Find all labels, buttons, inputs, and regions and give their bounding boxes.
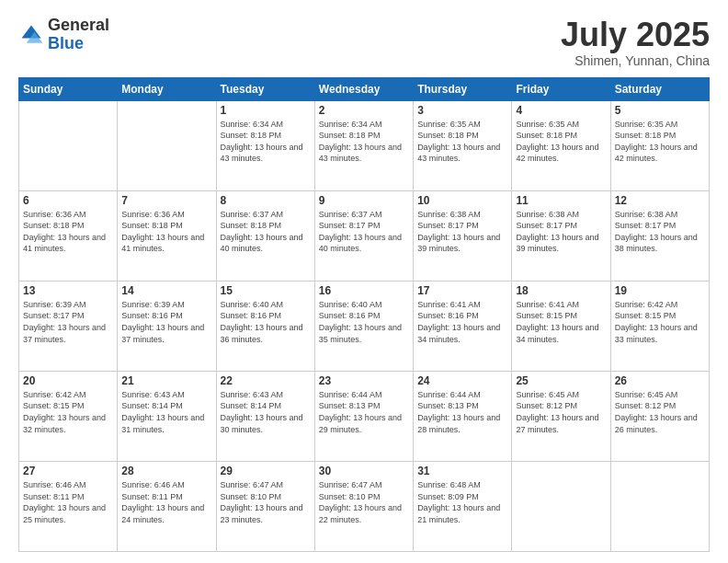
calendar-table: Sunday Monday Tuesday Wednesday Thursday… <box>18 77 710 552</box>
page: General Blue July 2025 Shimen, Yunnan, C… <box>0 0 728 563</box>
day-number: 22 <box>221 374 311 387</box>
day-number: 10 <box>417 194 507 207</box>
day-number: 17 <box>417 284 507 297</box>
day-cell: 12Sunrise: 6:38 AMSunset: 8:17 PMDayligh… <box>610 190 709 281</box>
day-number: 5 <box>615 104 705 117</box>
day-info: Sunrise: 6:39 AMSunset: 8:17 PMDaylight:… <box>23 299 113 345</box>
month-title: July 2025 <box>561 17 710 53</box>
day-info: Sunrise: 6:40 AMSunset: 8:16 PMDaylight:… <box>221 299 311 345</box>
day-number: 31 <box>417 465 507 477</box>
day-info: Sunrise: 6:43 AMSunset: 8:14 PMDaylight:… <box>221 389 311 435</box>
day-number: 25 <box>516 374 606 387</box>
day-cell: 14Sunrise: 6:39 AMSunset: 8:16 PMDayligh… <box>118 281 216 371</box>
day-info: Sunrise: 6:35 AMSunset: 8:18 PMDaylight:… <box>417 119 507 165</box>
calendar-header: Sunday Monday Tuesday Wednesday Thursday… <box>19 77 710 100</box>
day-number: 1 <box>221 104 311 117</box>
day-cell: 13Sunrise: 6:39 AMSunset: 8:17 PMDayligh… <box>19 281 118 371</box>
col-monday: Monday <box>118 77 216 100</box>
location-subtitle: Shimen, Yunnan, China <box>561 53 710 68</box>
day-cell: 16Sunrise: 6:40 AMSunset: 8:16 PMDayligh… <box>314 281 413 371</box>
day-cell: 19Sunrise: 6:42 AMSunset: 8:15 PMDayligh… <box>610 281 709 371</box>
day-number: 12 <box>615 194 705 207</box>
day-number: 24 <box>417 374 507 387</box>
day-cell: 4Sunrise: 6:35 AMSunset: 8:18 PMDaylight… <box>512 100 610 190</box>
day-number: 19 <box>615 284 705 297</box>
col-tuesday: Tuesday <box>216 77 314 100</box>
day-info: Sunrise: 6:41 AMSunset: 8:16 PMDaylight:… <box>417 299 507 345</box>
logo-general-text: General <box>48 16 109 34</box>
day-number: 23 <box>319 374 409 387</box>
day-number: 21 <box>121 374 211 387</box>
calendar-body: 1Sunrise: 6:34 AMSunset: 8:18 PMDaylight… <box>19 100 710 551</box>
day-cell: 15Sunrise: 6:40 AMSunset: 8:16 PMDayligh… <box>216 281 314 371</box>
day-cell: 1Sunrise: 6:34 AMSunset: 8:18 PMDaylight… <box>216 100 314 190</box>
day-info: Sunrise: 6:38 AMSunset: 8:17 PMDaylight:… <box>516 209 606 255</box>
day-cell <box>118 100 216 190</box>
day-cell: 8Sunrise: 6:37 AMSunset: 8:18 PMDaylight… <box>216 190 314 281</box>
day-info: Sunrise: 6:46 AMSunset: 8:11 PMDaylight:… <box>121 479 211 525</box>
week-row-3: 13Sunrise: 6:39 AMSunset: 8:17 PMDayligh… <box>19 281 710 371</box>
logo-text: General Blue <box>48 17 109 53</box>
week-row-1: 1Sunrise: 6:34 AMSunset: 8:18 PMDaylight… <box>19 100 710 190</box>
logo: General Blue <box>18 17 109 53</box>
day-number: 16 <box>319 284 409 297</box>
day-info: Sunrise: 6:37 AMSunset: 8:18 PMDaylight:… <box>221 209 311 255</box>
col-wednesday: Wednesday <box>314 77 413 100</box>
day-info: Sunrise: 6:45 AMSunset: 8:12 PMDaylight:… <box>615 389 705 435</box>
day-number: 4 <box>516 104 606 117</box>
day-cell: 27Sunrise: 6:46 AMSunset: 8:11 PMDayligh… <box>19 461 118 551</box>
day-number: 30 <box>319 465 409 477</box>
day-cell: 7Sunrise: 6:36 AMSunset: 8:18 PMDaylight… <box>118 190 216 281</box>
day-number: 11 <box>516 194 606 207</box>
day-number: 7 <box>121 194 211 207</box>
day-info: Sunrise: 6:45 AMSunset: 8:12 PMDaylight:… <box>516 389 606 435</box>
day-info: Sunrise: 6:34 AMSunset: 8:18 PMDaylight:… <box>319 119 409 165</box>
day-info: Sunrise: 6:36 AMSunset: 8:18 PMDaylight:… <box>23 209 113 255</box>
day-cell: 29Sunrise: 6:47 AMSunset: 8:10 PMDayligh… <box>216 461 314 551</box>
day-number: 8 <box>221 194 311 207</box>
day-info: Sunrise: 6:41 AMSunset: 8:15 PMDaylight:… <box>516 299 606 345</box>
day-info: Sunrise: 6:48 AMSunset: 8:09 PMDaylight:… <box>417 479 507 525</box>
day-info: Sunrise: 6:34 AMSunset: 8:18 PMDaylight:… <box>221 119 311 165</box>
day-info: Sunrise: 6:43 AMSunset: 8:14 PMDaylight:… <box>121 389 211 435</box>
day-info: Sunrise: 6:46 AMSunset: 8:11 PMDaylight:… <box>23 479 113 525</box>
day-info: Sunrise: 6:44 AMSunset: 8:13 PMDaylight:… <box>417 389 507 435</box>
day-info: Sunrise: 6:40 AMSunset: 8:16 PMDaylight:… <box>319 299 409 345</box>
day-number: 28 <box>121 465 211 477</box>
day-info: Sunrise: 6:44 AMSunset: 8:13 PMDaylight:… <box>319 389 409 435</box>
day-cell: 3Sunrise: 6:35 AMSunset: 8:18 PMDaylight… <box>414 100 512 190</box>
week-row-2: 6Sunrise: 6:36 AMSunset: 8:18 PMDaylight… <box>19 190 710 281</box>
day-cell: 9Sunrise: 6:37 AMSunset: 8:17 PMDaylight… <box>314 190 413 281</box>
day-cell: 18Sunrise: 6:41 AMSunset: 8:15 PMDayligh… <box>512 281 610 371</box>
day-cell <box>512 461 610 551</box>
title-block: July 2025 Shimen, Yunnan, China <box>561 17 710 68</box>
day-cell: 21Sunrise: 6:43 AMSunset: 8:14 PMDayligh… <box>118 371 216 461</box>
day-number: 29 <box>221 465 311 477</box>
day-number: 9 <box>319 194 409 207</box>
day-number: 20 <box>23 374 113 387</box>
day-number: 13 <box>23 284 113 297</box>
col-friday: Friday <box>512 77 610 100</box>
col-saturday: Saturday <box>610 77 709 100</box>
day-info: Sunrise: 6:35 AMSunset: 8:18 PMDaylight:… <box>516 119 606 165</box>
day-info: Sunrise: 6:42 AMSunset: 8:15 PMDaylight:… <box>23 389 113 435</box>
day-number: 6 <box>23 194 113 207</box>
day-number: 18 <box>516 284 606 297</box>
day-cell: 30Sunrise: 6:47 AMSunset: 8:10 PMDayligh… <box>314 461 413 551</box>
week-row-5: 27Sunrise: 6:46 AMSunset: 8:11 PMDayligh… <box>19 461 710 551</box>
logo-blue-text: Blue <box>48 34 84 52</box>
day-cell: 2Sunrise: 6:34 AMSunset: 8:18 PMDaylight… <box>314 100 413 190</box>
header: General Blue July 2025 Shimen, Yunnan, C… <box>18 17 710 68</box>
col-thursday: Thursday <box>414 77 512 100</box>
day-number: 3 <box>417 104 507 117</box>
day-info: Sunrise: 6:38 AMSunset: 8:17 PMDaylight:… <box>417 209 507 255</box>
day-number: 2 <box>319 104 409 117</box>
day-cell: 17Sunrise: 6:41 AMSunset: 8:16 PMDayligh… <box>414 281 512 371</box>
day-cell: 11Sunrise: 6:38 AMSunset: 8:17 PMDayligh… <box>512 190 610 281</box>
day-info: Sunrise: 6:39 AMSunset: 8:16 PMDaylight:… <box>121 299 211 345</box>
day-cell: 5Sunrise: 6:35 AMSunset: 8:18 PMDaylight… <box>610 100 709 190</box>
week-row-4: 20Sunrise: 6:42 AMSunset: 8:15 PMDayligh… <box>19 371 710 461</box>
day-number: 27 <box>23 465 113 477</box>
day-cell: 26Sunrise: 6:45 AMSunset: 8:12 PMDayligh… <box>610 371 709 461</box>
header-row: Sunday Monday Tuesday Wednesday Thursday… <box>19 77 710 100</box>
